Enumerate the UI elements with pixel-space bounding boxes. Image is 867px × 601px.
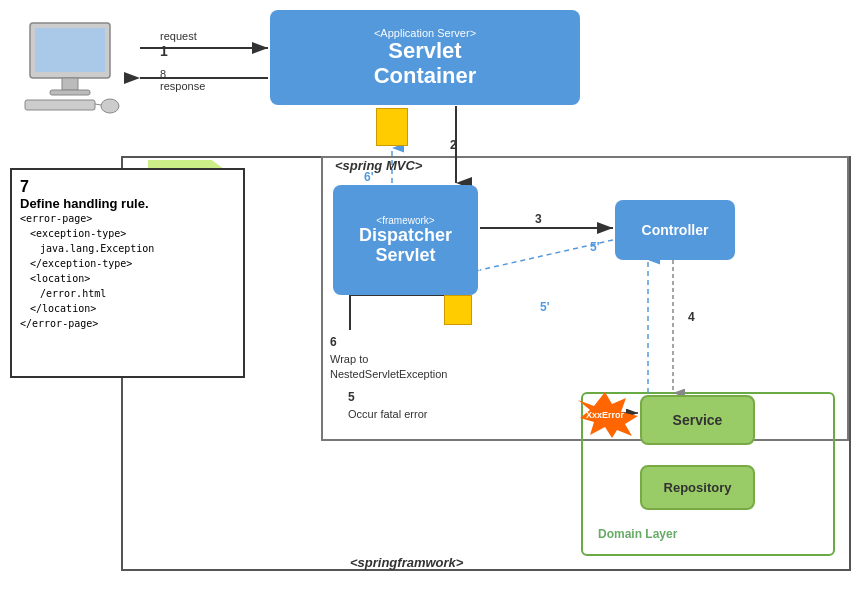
code-line3: java.lang.Exception <box>40 241 235 256</box>
step2-label: 2 <box>450 138 457 152</box>
svg-rect-23 <box>35 28 105 72</box>
domain-layer-label: Domain Layer <box>598 527 677 541</box>
request-number: 1 <box>160 43 168 59</box>
controller-box: Controller <box>615 200 735 260</box>
svg-rect-26 <box>25 100 95 110</box>
request-label: request <box>160 30 197 42</box>
step6-wrap: Wrap toNestedServletException <box>330 352 447 383</box>
code-line5: <location> <box>30 271 235 286</box>
svg-rect-24 <box>62 78 78 90</box>
response-label: response <box>160 80 205 92</box>
code-line7: </location> <box>30 301 235 316</box>
step5-occur: Occur fatal error <box>348 408 427 420</box>
step7-num: 7 <box>20 178 235 196</box>
code-line2: <exception-type> <box>30 226 235 241</box>
step5prime-dispatcher: 5' <box>590 240 600 254</box>
dispatcher-title: DispatcherServlet <box>359 226 452 266</box>
yellow-connector-top <box>376 108 408 146</box>
svg-text:XxxError: XxxError <box>586 410 625 420</box>
service-box: Service <box>640 395 755 445</box>
code-content: <error-page> <exception-type> java.lang.… <box>20 211 235 331</box>
servlet-container-title: ServletContainer <box>374 39 477 87</box>
code-line4: </exception-type> <box>30 256 235 271</box>
svg-line-28 <box>95 104 101 105</box>
xxx-error-burst: XxxError <box>568 390 643 438</box>
svg-point-27 <box>101 99 119 113</box>
spring-framework-label: <springframwork> <box>350 555 463 570</box>
step4-label: 4 <box>688 310 695 324</box>
step7-desc: Define handling rule. <box>20 196 149 211</box>
step6-label: 6 <box>330 335 337 349</box>
computer-illustration <box>10 18 130 118</box>
code-block: 7 Define handling rule. <error-page> <ex… <box>10 168 245 378</box>
response-number: 8 <box>160 68 166 80</box>
step6prime-label: 6' <box>364 170 374 184</box>
step5prime-label: 5' <box>540 300 550 314</box>
diagram-container: request 1 8 response <Application Server… <box>0 0 867 601</box>
code-line8: </error-page> <box>20 316 235 331</box>
step3-label: 3 <box>535 212 542 226</box>
servlet-container: <Application Server> ServletContainer <box>270 10 580 105</box>
spring-mvc-label: <spring MVC> <box>335 158 422 173</box>
code-line6: /error.html <box>40 286 235 301</box>
yellow-connector-dispatcher <box>444 295 472 325</box>
repository-box: Repository <box>640 465 755 510</box>
code-line1: <error-page> <box>20 211 235 226</box>
svg-rect-25 <box>50 90 90 95</box>
dispatcher-servlet: <framework> DispatcherServlet <box>333 185 478 295</box>
step5-label: 5 <box>348 390 355 404</box>
